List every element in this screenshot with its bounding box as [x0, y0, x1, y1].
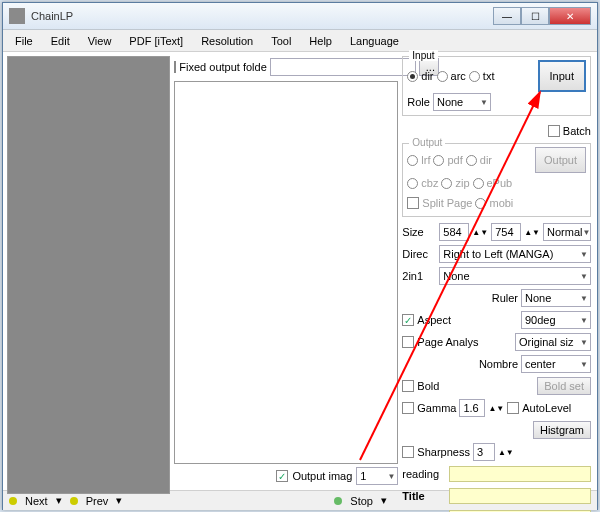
autolevel-checkbox[interactable] [507, 402, 519, 414]
epub-radio [473, 178, 484, 189]
sharpness-checkbox[interactable] [402, 446, 414, 458]
minimize-button[interactable]: — [493, 7, 521, 25]
menu-edit[interactable]: Edit [43, 32, 78, 50]
menu-language[interactable]: Language [342, 32, 407, 50]
lrf-radio [407, 155, 418, 166]
ruler-select[interactable]: None▼ [521, 289, 591, 307]
fixed-output-label: Fixed output folde [179, 61, 266, 73]
output-imag-checkbox[interactable] [276, 470, 288, 482]
menu-resolution[interactable]: Resolution [193, 32, 261, 50]
fixed-output-checkbox[interactable] [174, 61, 176, 73]
dir2-radio [466, 155, 477, 166]
input-button[interactable]: Input [538, 60, 586, 92]
pageanalys-checkbox[interactable] [402, 336, 414, 348]
menu-help[interactable]: Help [301, 32, 340, 50]
txt-radio[interactable] [469, 71, 480, 82]
title-field[interactable] [449, 488, 591, 504]
gamma-checkbox[interactable] [402, 402, 414, 414]
menu-pdf[interactable]: PDF [iText] [121, 32, 191, 50]
menu-tool[interactable]: Tool [263, 32, 299, 50]
role-select[interactable]: None▼ [433, 93, 491, 111]
size-mode-select[interactable]: Normal▼ [543, 223, 591, 241]
pdf-radio [433, 155, 444, 166]
output-imag-select[interactable]: 1▼ [356, 467, 398, 485]
menubar: File Edit View PDF [iText] Resolution To… [3, 30, 597, 52]
aspect-checkbox[interactable] [402, 314, 414, 326]
output-imag-label: Output imag [292, 470, 352, 482]
stop-link[interactable]: Stop [350, 495, 373, 507]
batch-checkbox[interactable] [548, 125, 560, 137]
boldset-button: Bold set [537, 377, 591, 395]
next-dot-icon [9, 497, 17, 505]
aspect-select[interactable]: 90deg▼ [521, 311, 591, 329]
prev-link[interactable]: Prev [86, 495, 109, 507]
size-w-input[interactable] [439, 223, 469, 241]
direc-select[interactable]: Right to Left (MANGA)▼ [439, 245, 591, 263]
zip-radio [441, 178, 452, 189]
gamma-input[interactable] [459, 399, 485, 417]
stop-dot-icon [334, 497, 342, 505]
dir-radio[interactable] [407, 71, 418, 82]
arc-radio[interactable] [437, 71, 448, 82]
cbz-radio [407, 178, 418, 189]
app-icon [9, 8, 25, 24]
nombre-select[interactable]: center▼ [521, 355, 591, 373]
preview-panel [7, 56, 170, 494]
reading1-field[interactable] [449, 466, 591, 482]
histgram-button[interactable]: Histgram [533, 421, 591, 439]
maximize-button[interactable]: ☐ [521, 7, 549, 25]
close-button[interactable]: ✕ [549, 7, 591, 25]
menu-view[interactable]: View [80, 32, 120, 50]
sharpness-input[interactable] [473, 443, 495, 461]
next-link[interactable]: Next [25, 495, 48, 507]
pageanalys-select[interactable]: Original siz▼ [515, 333, 591, 351]
size-h-input[interactable] [491, 223, 521, 241]
2in1-select[interactable]: None▼ [439, 267, 591, 285]
client-area: Fixed output folde ... Output imag 1▼ In… [3, 52, 597, 490]
split-checkbox [407, 197, 419, 209]
prev-dot-icon [70, 497, 78, 505]
output-button: Output [535, 147, 586, 173]
file-list[interactable] [174, 81, 398, 464]
app-window: ChainLP — ☐ ✕ File Edit View PDF [iText]… [2, 2, 598, 510]
mid-panel: Fixed output folde ... Output imag 1▼ [172, 52, 400, 490]
fixed-output-input[interactable] [270, 58, 416, 76]
window-title: ChainLP [31, 10, 493, 22]
titlebar: ChainLP — ☐ ✕ [3, 3, 597, 30]
right-panel: Input dir arc txt Input Role None▼ Batch [400, 52, 597, 490]
output-group: Output lrf pdf dir Output cbz zip ePub S… [402, 143, 591, 217]
mobi-radio [475, 198, 486, 209]
bold-checkbox[interactable] [402, 380, 414, 392]
input-group: Input dir arc txt Input Role None▼ [402, 56, 591, 116]
menu-file[interactable]: File [7, 32, 41, 50]
